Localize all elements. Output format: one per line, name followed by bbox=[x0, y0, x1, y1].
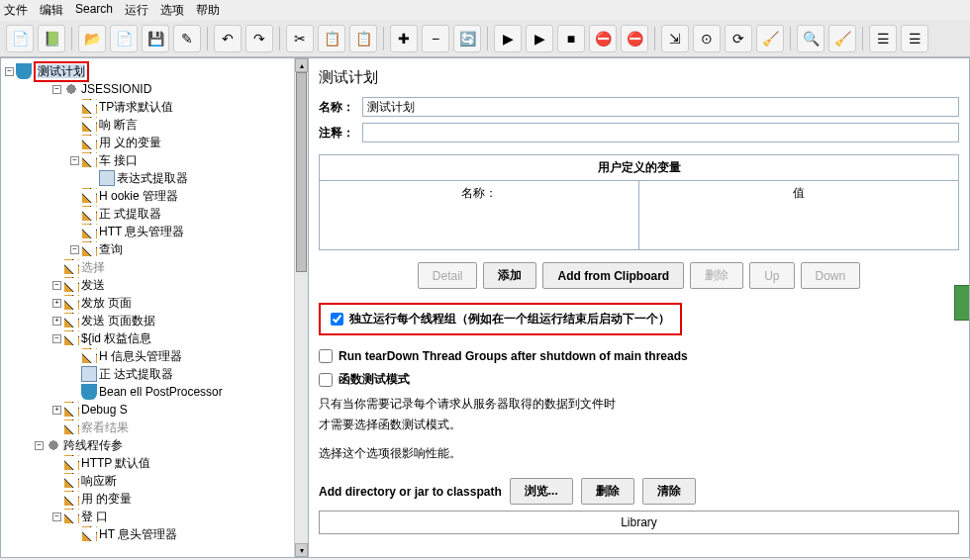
recent-icon[interactable]: 📄 bbox=[110, 25, 138, 52]
toggle-icon[interactable]: − bbox=[70, 245, 79, 254]
detail-button[interactable]: Detail bbox=[418, 262, 478, 289]
remote-stop-icon[interactable]: ⛔ bbox=[589, 25, 617, 52]
toggle-icon[interactable]: − bbox=[70, 156, 79, 165]
tree-icon[interactable]: ☰ bbox=[901, 25, 928, 52]
tree-node[interactable]: +发送 页面数据 bbox=[1, 312, 308, 329]
menu-运行[interactable]: 运行 bbox=[125, 2, 148, 19]
info2: 才需要选择函数测试模式。 bbox=[319, 417, 959, 433]
menu-Search[interactable]: Search bbox=[75, 2, 113, 19]
tree-node[interactable]: 响应断 bbox=[1, 472, 308, 490]
toggle-icon[interactable]: − bbox=[52, 281, 61, 290]
tree-panel: − 测试计划 −JSESSIONIDTP请求默认值响 断言用 义的变量−车 接口… bbox=[0, 57, 309, 558]
toggle-icon[interactable]: − bbox=[52, 85, 61, 94]
tree-node[interactable]: 响 断言 bbox=[1, 116, 308, 134]
start-icon[interactable]: ▶ bbox=[494, 25, 522, 52]
tree-node[interactable]: −${id 权益信息 bbox=[1, 329, 308, 347]
clear-all-icon[interactable]: ⊙ bbox=[693, 25, 721, 52]
side-tab[interactable] bbox=[954, 285, 970, 321]
tree-node[interactable]: −车 接口 bbox=[1, 151, 308, 169]
toggle-icon[interactable]: − bbox=[52, 513, 61, 521]
pencil-icon bbox=[81, 224, 97, 239]
toggle-icon[interactable]: + bbox=[52, 317, 61, 326]
paste-icon[interactable]: 📋 bbox=[349, 25, 377, 52]
testplan-icon bbox=[16, 63, 32, 79]
tree-node[interactable]: H ookie 管理器 bbox=[1, 187, 308, 205]
teardown-checkbox[interactable] bbox=[319, 349, 333, 363]
tree-node[interactable]: 选择 bbox=[1, 258, 308, 276]
tree-node[interactable]: −查询 bbox=[1, 240, 308, 258]
toggle-icon[interactable]: + bbox=[52, 299, 61, 308]
search-icon[interactable]: 🔍 bbox=[797, 25, 824, 52]
tree-node[interactable]: +发放 页面 bbox=[1, 294, 308, 312]
broom-icon[interactable]: 🧹 bbox=[828, 25, 856, 52]
menu-选项[interactable]: 选项 bbox=[160, 2, 184, 19]
refresh-icon[interactable]: ⟳ bbox=[725, 25, 752, 52]
edit-icon[interactable]: ✎ bbox=[173, 25, 201, 52]
tree-node[interactable]: 表达式提取器 bbox=[1, 169, 308, 187]
col-value: 值 bbox=[639, 181, 958, 206]
vars-body[interactable] bbox=[320, 206, 958, 249]
delete2-button[interactable]: 删除 bbox=[581, 478, 634, 505]
tree-node[interactable]: −发送 bbox=[1, 276, 308, 294]
plus-icon[interactable]: ✚ bbox=[390, 25, 418, 52]
toggle-icon[interactable]: 🔄 bbox=[453, 25, 481, 52]
stop-all-icon[interactable]: ⛔ bbox=[621, 25, 648, 52]
tree-node[interactable]: 用 义的变量 bbox=[1, 134, 308, 151]
funcmode-checkbox[interactable] bbox=[319, 373, 333, 387]
toggle-icon[interactable]: − bbox=[35, 441, 44, 450]
tidy-icon[interactable]: 🧹 bbox=[756, 25, 784, 52]
tree-node[interactable]: 正 式提取器 bbox=[1, 205, 308, 223]
independent-run-checkbox[interactable] bbox=[331, 313, 343, 326]
tree-node[interactable]: HTT 息头管理器 bbox=[1, 223, 308, 240]
redo-icon[interactable]: ↷ bbox=[245, 25, 273, 52]
open-icon[interactable]: 📂 bbox=[78, 25, 106, 52]
scroll-up-icon[interactable]: ▴ bbox=[295, 58, 308, 72]
comment-input[interactable] bbox=[362, 123, 959, 142]
undo-icon[interactable]: ↶ bbox=[214, 25, 242, 52]
tree-node[interactable]: 用 的变量 bbox=[1, 490, 308, 508]
scroll-down-icon[interactable]: ▾ bbox=[295, 543, 308, 557]
menu-帮助[interactable]: 帮助 bbox=[196, 2, 220, 19]
tree-node[interactable]: −JSESSIONID bbox=[1, 80, 308, 98]
add-button[interactable]: 添加 bbox=[483, 262, 536, 289]
toggle-icon[interactable]: + bbox=[52, 406, 61, 415]
tree-node[interactable]: H 信息头管理器 bbox=[1, 347, 308, 365]
tree-node[interactable]: −登 口 bbox=[1, 508, 308, 525]
tree-node[interactable]: TP请求默认值 bbox=[1, 98, 308, 116]
clear-button[interactable]: 清除 bbox=[642, 478, 696, 505]
pencil-icon bbox=[81, 241, 97, 257]
toggle-icon[interactable]: − bbox=[52, 334, 61, 343]
up-button[interactable]: Up bbox=[749, 262, 794, 289]
code-icon bbox=[99, 170, 115, 186]
list-icon[interactable]: ☰ bbox=[869, 25, 897, 52]
delete-button[interactable]: 删除 bbox=[690, 262, 743, 289]
save-icon[interactable]: 💾 bbox=[142, 25, 169, 52]
down-button[interactable]: Down bbox=[801, 262, 861, 289]
tree-root[interactable]: − 测试计划 bbox=[1, 62, 308, 80]
tree-node[interactable]: +Debug S bbox=[1, 401, 308, 419]
browse-button[interactable]: 浏览... bbox=[510, 478, 573, 505]
name-input[interactable] bbox=[362, 97, 959, 117]
toggle-icon[interactable]: − bbox=[5, 67, 14, 76]
cut-icon[interactable]: ✂ bbox=[286, 25, 314, 52]
menu-编辑[interactable]: 编辑 bbox=[40, 2, 63, 19]
copy-icon[interactable]: 📋 bbox=[318, 25, 345, 52]
template-icon[interactable]: 📗 bbox=[38, 25, 65, 52]
separator bbox=[862, 27, 863, 50]
tree-node[interactable]: HT 息头管理器 bbox=[1, 525, 308, 543]
tree-node[interactable]: HTTP 默认值 bbox=[1, 454, 308, 472]
clipboard-button[interactable]: Add from Clipboard bbox=[542, 262, 684, 289]
tree-node[interactable]: −跨线程传参 bbox=[1, 436, 308, 454]
scroll-thumb[interactable] bbox=[296, 72, 307, 272]
tree-node[interactable]: Bean ell PostProcessor bbox=[1, 383, 308, 401]
tree-node[interactable]: 正 达式提取器 bbox=[1, 365, 308, 383]
new-file-icon[interactable]: 📄 bbox=[6, 25, 34, 52]
clear-icon[interactable]: ⇲ bbox=[661, 25, 689, 52]
start-remote-icon[interactable]: ▶ bbox=[526, 25, 553, 52]
minus-icon[interactable]: − bbox=[422, 25, 449, 52]
tree-node[interactable]: 察看结果 bbox=[1, 419, 308, 436]
menu-文件[interactable]: 文件 bbox=[4, 2, 28, 19]
stop-icon[interactable]: ■ bbox=[557, 25, 585, 52]
tree-label: 表达式提取器 bbox=[117, 170, 188, 187]
tree-scrollbar[interactable]: ▴ ▾ bbox=[294, 58, 308, 557]
